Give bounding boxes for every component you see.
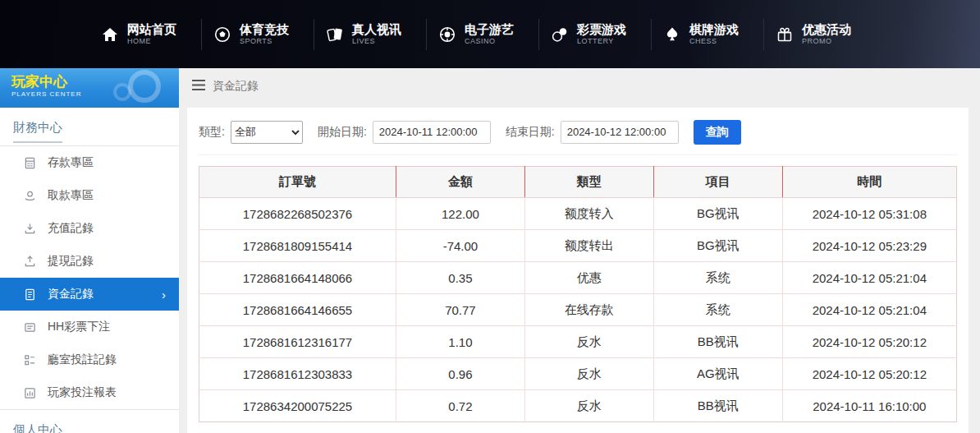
cell-order-id: 1728681664146655	[199, 294, 396, 326]
casino-chip-icon	[437, 25, 457, 44]
cell-project: 系统	[653, 294, 782, 326]
type-label: 類型:	[199, 125, 225, 140]
search-button[interactable]: 查詢	[694, 120, 741, 145]
cell-project: BB视讯	[653, 390, 782, 422]
header-type: 類型	[524, 167, 653, 198]
nav-item-lottery[interactable]: 彩票游戏LOTTERY	[538, 0, 651, 68]
nav-item-lives[interactable]: 真人视讯LIVES	[314, 0, 426, 68]
table-row: 1728682268502376 122.00 额度转入 BG视讯 2024-1…	[199, 198, 957, 230]
funds-record-table: 訂單號 金額 類型 項目 時間 1728682268502376 122.00 …	[199, 166, 957, 422]
sidebar-item-label: 充值記錄	[48, 221, 94, 236]
players-center-header: 玩家中心 PLAYERS CENTER	[0, 68, 179, 108]
end-date-label: 结束日期:	[506, 125, 555, 140]
nav-label-zh: 电子游艺	[465, 22, 514, 38]
sidebar-item-hall-bet-record[interactable]: 廳室投註記錄	[0, 343, 179, 376]
cell-order-id: 1728681612316177	[199, 326, 396, 358]
section-finance-center: 財務中心	[0, 108, 179, 146]
table-row: 1728681612316177 1.10 反水 BB视讯 2024-10-12…	[199, 326, 957, 358]
cell-type: 在线存款	[524, 294, 653, 326]
start-date-label: 開始日期:	[318, 125, 367, 140]
nav-item-home[interactable]: 网站首页HOME	[89, 0, 201, 68]
cell-time: 2024-10-11 16:10:00	[782, 390, 956, 422]
cell-time: 2024-10-12 05:20:12	[782, 358, 956, 390]
header-time: 時間	[782, 167, 956, 198]
chevron-right-icon: ›	[162, 288, 166, 302]
withdraw-arrow-icon	[23, 255, 36, 268]
nav-label-zh: 优惠活动	[802, 22, 851, 38]
playing-cards-icon	[325, 25, 345, 44]
sidebar-item-hh-lottery-bets[interactable]: HH彩票下注	[0, 311, 179, 343]
menu-toggle-icon[interactable]	[192, 80, 205, 93]
sidebar-item-player-bet-report[interactable]: 玩家投注報表	[0, 376, 179, 409]
nav-label-en: PROMO	[802, 37, 851, 46]
end-date-input[interactable]	[561, 121, 679, 144]
breadcrumb: 資金記錄	[179, 68, 980, 102]
main-content: 資金記錄 類型: 全部 開始日期: 结束日期: 查詢 訂單號 金額 類型 項目 …	[179, 68, 980, 433]
nav-label-zh: 体育竞技	[240, 22, 289, 38]
nav-item-promo[interactable]: 优惠活动PROMO	[763, 0, 876, 68]
cell-project: BG视讯	[653, 198, 782, 230]
document-icon	[23, 288, 36, 301]
cell-amount: 0.35	[396, 262, 524, 294]
cell-type: 反水	[524, 326, 653, 358]
nav-item-casino[interactable]: 电子游艺CASINO	[426, 0, 538, 68]
header-project: 項目	[653, 167, 782, 198]
cell-amount: 0.72	[396, 390, 524, 422]
cell-project: BB视讯	[653, 326, 782, 358]
cell-time: 2024-10-12 05:21:04	[782, 262, 956, 294]
decoration-circle	[128, 70, 161, 103]
nav-label-en: LOTTERY	[577, 37, 626, 46]
nav-label-zh: 棋牌游戏	[689, 22, 739, 38]
table-row: 1728681664148066 0.35 优惠 系统 2024-10-12 0…	[199, 262, 957, 294]
nav-label-en: LIVES	[352, 37, 401, 46]
cell-time: 2024-10-12 05:31:08	[782, 198, 956, 230]
sidebar-item-label: 玩家投注報表	[48, 385, 117, 400]
cell-type: 反水	[524, 358, 653, 390]
sidebar-item-funds-record[interactable]: 資金記錄 ›	[0, 278, 179, 311]
start-date-input[interactable]	[373, 121, 491, 144]
cell-amount: 70.77	[396, 294, 524, 326]
cell-time: 2024-10-12 05:21:04	[782, 294, 956, 326]
header-amount: 金額	[396, 167, 524, 198]
cell-order-id: 1728682268502376	[199, 198, 396, 230]
sidebar-item-withdraw-record[interactable]: 提現記錄	[0, 245, 179, 278]
nav-label-en: SPORTS	[240, 37, 289, 46]
cell-type: 额度转入	[524, 198, 653, 230]
table-row: 1728681664146655 70.77 在线存款 系统 2024-10-1…	[199, 294, 957, 326]
type-select[interactable]: 全部	[231, 121, 303, 144]
soccer-ball-icon	[213, 25, 232, 44]
spade-icon	[662, 25, 682, 44]
cell-amount: -74.00	[396, 230, 524, 262]
calculator-icon	[23, 156, 36, 169]
nav-label-zh: 网站首页	[127, 22, 176, 38]
cell-type: 额度转出	[524, 230, 653, 262]
sidebar-item-label: 廳室投註記錄	[48, 352, 117, 367]
nav-item-sports[interactable]: 体育竞技SPORTS	[201, 0, 314, 68]
header-order-id: 訂單號	[199, 167, 396, 198]
nav-label-zh: 真人视讯	[352, 22, 401, 38]
cell-amount: 0.96	[396, 358, 524, 390]
nav-label-en: HOME	[127, 37, 176, 46]
table-row: 1728681612303833 0.96 反水 AG视讯 2024-10-12…	[199, 358, 957, 390]
cell-order-id: 1728681664148066	[199, 262, 396, 294]
gift-icon	[775, 25, 795, 44]
nav-label-zh: 彩票游戏	[577, 22, 626, 38]
cell-type: 优惠	[524, 262, 653, 294]
section-personal-center: 個人中心	[0, 409, 179, 433]
sidebar-item-label: 取款專區	[48, 188, 94, 203]
nav-label-en: CHESS	[689, 37, 739, 46]
cell-order-id: 1728634200075225	[199, 390, 396, 422]
nav-item-chess[interactable]: 棋牌游戏CHESS	[651, 0, 763, 68]
coin-hand-icon	[23, 189, 36, 202]
sidebar-item-deposit-zone[interactable]: 存款專區	[0, 146, 179, 179]
sidebar-item-recharge-record[interactable]: 充值記錄	[0, 212, 179, 245]
filter-bar: 類型: 全部 開始日期: 结束日期: 查詢	[199, 119, 957, 155]
table-header-row: 訂單號 金額 類型 項目 時間	[199, 167, 957, 198]
table-row: 1728634200075225 0.72 反水 BB视讯 2024-10-11…	[199, 390, 957, 422]
sidebar-item-withdraw-zone[interactable]: 取款專區	[0, 179, 179, 212]
cell-amount: 122.00	[396, 198, 524, 230]
cell-order-id: 1728681612303833	[199, 358, 396, 390]
home-icon	[100, 25, 120, 44]
cell-order-id: 1728681809155414	[199, 230, 396, 262]
sidebar-item-label: 資金記錄	[48, 287, 94, 302]
